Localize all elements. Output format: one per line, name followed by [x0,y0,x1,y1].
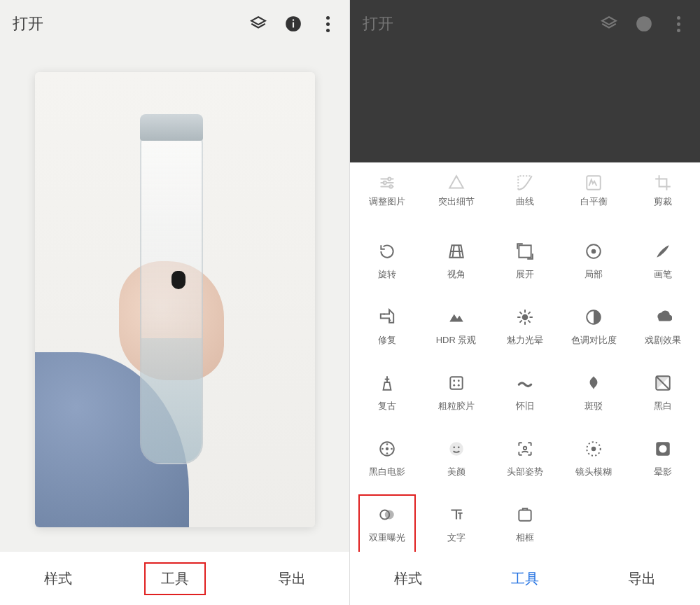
wb-icon [584,173,603,193]
grainy-icon [447,373,466,393]
tool-perspective[interactable]: 视角 [421,228,490,294]
more-menu-icon[interactable] [318,16,337,32]
tool-label: 斑驳 [584,400,603,412]
svg-point-19 [457,384,459,387]
svg-point-12 [389,319,391,321]
svg-point-36 [385,510,394,520]
tool-noir[interactable]: 黑白电影 [353,426,421,492]
svg-point-3 [636,16,652,32]
retrolux-icon [515,373,535,393]
bw-icon [653,373,673,393]
tool-details[interactable]: 突出细节 [421,162,490,228]
tool-grainy[interactable]: 粗粒胶片 [421,360,490,426]
tool-label: 魅力光晕 [507,334,543,347]
svg-rect-8 [519,245,531,257]
info-icon[interactable] [284,14,303,34]
brush-icon [653,242,673,261]
selective-icon [584,242,603,261]
svg-point-35 [380,510,389,520]
tool-healing[interactable]: 修复 [353,294,421,360]
photo-preview [35,72,315,527]
tool-rotate[interactable]: 旋转 [353,228,421,294]
tool-label: 旋转 [378,268,396,281]
healing-icon [377,307,397,327]
svg-point-4 [388,177,391,180]
svg-point-27 [449,442,463,456]
svg-point-5 [384,181,386,184]
svg-point-16 [453,380,455,382]
tool-headpose[interactable]: 头部姿势 [491,426,559,492]
tool-label: 粗粒胶片 [438,400,475,412]
tool-label: 曲线 [516,195,534,208]
tool-label: 剪裁 [654,195,672,208]
tool-vignette[interactable]: 晕影 [629,426,697,492]
svg-point-11 [384,314,385,315]
frames-icon [515,505,535,524]
tool-tonal[interactable]: 色调对比度 [559,294,628,360]
tool-portrait[interactable]: 美颜 [421,426,490,492]
svg-point-13 [522,314,528,321]
tool-label: 复古 [378,400,396,412]
tool-expand[interactable]: 展开 [491,228,559,294]
tool-double[interactable]: 双重曝光 [353,492,421,552]
tool-crop[interactable]: 剪裁 [629,162,697,228]
portrait-icon [447,439,466,459]
tool-lensblur[interactable]: 镜头模糊 [559,426,628,492]
tab-export[interactable]: 导出 [262,564,321,594]
tool-label: 修复 [378,334,396,347]
svg-point-10 [592,249,596,254]
tool-glamour[interactable]: 魅力光晕 [491,294,559,360]
text-icon [447,505,466,524]
tool-wb[interactable]: 白平衡 [559,162,628,228]
svg-point-30 [524,447,526,450]
open-button[interactable]: 打开 [13,13,248,34]
tool-label: 展开 [516,268,534,281]
svg-rect-37 [519,510,531,521]
header: 打开 [0,0,349,48]
rotate-icon [377,242,397,261]
tool-curves[interactable]: 曲线 [491,162,559,228]
tool-drama[interactable]: 戏剧效果 [629,294,697,360]
canvas[interactable] [0,48,349,552]
dimmed-backdrop[interactable]: 打开 [350,0,700,162]
tool-label: 美颜 [447,466,465,478]
tool-brush[interactable]: 画笔 [629,228,697,294]
tool-label: 黑白 [654,400,672,412]
tab-styles[interactable]: 样式 [29,564,88,594]
tab-styles[interactable]: 样式 [379,564,438,594]
svg-rect-15 [450,377,462,389]
tool-grunge[interactable]: 斑驳 [559,360,628,426]
layers-icon[interactable] [248,14,268,34]
tools-grid: 调整图片突出细节曲线白平衡剪裁旋转视角展开局部画笔修复HDR 景观魅力光晕色调对… [350,162,700,552]
svg-point-25 [382,448,384,450]
svg-rect-2 [293,20,294,21]
tool-tune[interactable]: 调整图片 [353,162,421,228]
svg-point-29 [458,447,460,449]
noir-icon [377,439,397,459]
tool-bw[interactable]: 黑白 [629,360,697,426]
tool-label: 文字 [447,531,465,544]
tool-label: 白平衡 [580,195,608,208]
tab-export[interactable]: 导出 [612,564,671,594]
tool-vintage[interactable]: 复古 [353,360,421,426]
svg-point-22 [386,447,388,450]
more-menu-icon [669,16,687,32]
tool-label: 局部 [584,268,603,281]
tool-label: 黑白电影 [369,466,405,478]
bottom-nav: 样式 工具 导出 [0,552,349,605]
tool-label: 戏剧效果 [645,334,681,347]
tab-tools[interactable]: 工具 [144,562,206,595]
double-icon [377,505,397,524]
tool-hdr[interactable]: HDR 景观 [421,294,490,360]
headpose-icon [515,439,535,459]
tool-retrolux[interactable]: 怀旧 [491,360,559,426]
tool-frames[interactable]: 相框 [491,492,559,552]
svg-point-23 [386,443,388,445]
tab-tools[interactable]: 工具 [496,564,554,594]
tool-text[interactable]: 文字 [421,492,490,552]
tool-selective[interactable]: 局部 [559,228,628,294]
tools-panel-screen: 打开 调整图片突出细节曲线白平衡剪裁旋转视角展开局部画笔修复HDR 景观魅力光晕… [350,0,700,605]
tool-label: HDR 景观 [436,334,477,347]
vignette-icon [653,439,673,459]
tool-label: 突出细节 [438,195,475,208]
